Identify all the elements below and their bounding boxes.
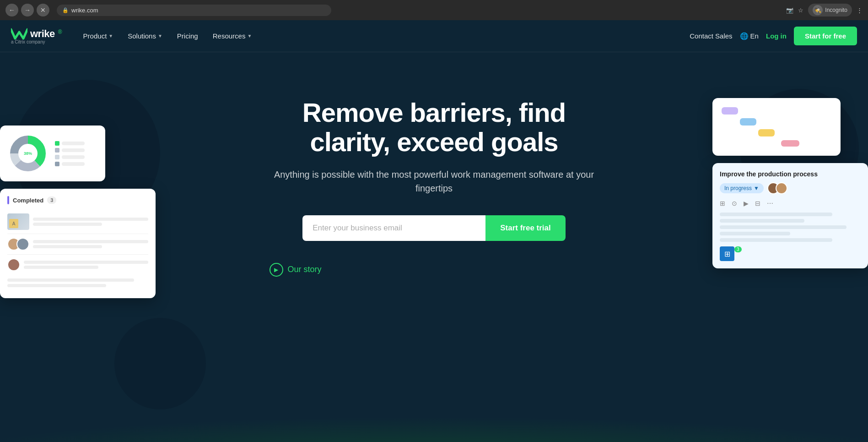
status-label: In progress	[724, 185, 752, 191]
address-bar[interactable]: 🔒 wrike.com	[57, 5, 331, 16]
production-header: Improve the production process	[720, 170, 861, 178]
solutions-chevron-icon: ▼	[158, 33, 162, 38]
extra-lines	[7, 275, 148, 291]
lang-label: En	[750, 32, 759, 40]
star-icon[interactable]: ☆	[798, 7, 803, 14]
browser-controls: ← → ✕	[5, 4, 49, 16]
wrike-logo-icon	[11, 27, 27, 40]
task-list-card: Completed 3 A	[0, 189, 156, 298]
incognito-button[interactable]: 🕵 Incognito	[808, 4, 852, 16]
language-selector[interactable]: 🌐 En	[740, 32, 759, 40]
start-free-button[interactable]: Start for free	[794, 27, 857, 45]
more-toolbar-icon: ⋯	[767, 200, 773, 207]
trial-button[interactable]: Start free trial	[485, 215, 566, 241]
side-left-ui: 38% Completed 3 A	[0, 126, 156, 298]
our-story-link[interactable]: ▶ Our story	[270, 263, 599, 277]
flow-nodes	[722, 107, 831, 147]
prod-line-3	[720, 225, 846, 229]
forward-button[interactable]: →	[21, 4, 34, 16]
hero-subtitle: Anything is possible with the most power…	[270, 168, 599, 195]
nav-pricing[interactable]: Pricing	[171, 28, 205, 44]
status-chevron-icon: ▼	[754, 185, 759, 191]
blue-badge: 3	[734, 246, 742, 252]
completed-badge	[7, 196, 9, 204]
resources-chevron-icon: ▼	[247, 33, 252, 38]
close-button[interactable]: ✕	[37, 4, 49, 16]
lock-icon: 🔒	[62, 7, 69, 13]
nav-solutions[interactable]: Solutions ▼	[121, 28, 169, 44]
check-toolbar-icon: ⊙	[732, 200, 737, 207]
flow-node-2	[740, 118, 756, 126]
product-chevron-icon: ▼	[108, 33, 113, 38]
hero-section: 38% Completed 3 A	[0, 52, 868, 442]
avatar-group-production	[767, 182, 787, 194]
our-story-text: Our story	[288, 265, 322, 274]
incognito-label: Incognito	[825, 7, 847, 13]
contact-sales-link[interactable]: Contact Sales	[690, 32, 732, 40]
flow-node-1	[722, 107, 738, 115]
browser-chrome: ← → ✕ 🔒 wrike.com 📷̸ ☆ 🕵 Incognito ⋮	[0, 0, 868, 20]
play-icon: ▶	[270, 263, 283, 277]
logo-sub: a Citrix company	[11, 39, 62, 44]
back-button[interactable]: ←	[5, 4, 18, 16]
browser-right-controls: 📷̸ ☆ 🕵 Incognito ⋮	[786, 4, 863, 16]
menu-icon[interactable]: ⋮	[857, 7, 863, 14]
hero-title: Remove barriers, find clarity, exceed go…	[270, 98, 599, 157]
production-lines	[720, 213, 861, 242]
logo-text: wrike	[30, 28, 55, 40]
task-item-3	[7, 255, 148, 275]
flow-card	[712, 98, 841, 156]
status-row: In progress ▼	[720, 182, 861, 194]
task-count: 3	[47, 196, 56, 204]
prod-line-5	[720, 238, 832, 242]
task-item-1: A	[7, 210, 148, 234]
navbar: wrike ® a Citrix company Product ▼ Solut…	[0, 20, 868, 52]
login-link[interactable]: Log in	[766, 32, 787, 40]
task-item-2	[7, 234, 148, 255]
chart-card: 38%	[0, 126, 105, 181]
nav-right: Contact Sales 🌐 En Log in Start for free	[690, 27, 857, 45]
globe-icon: 🌐	[740, 32, 749, 40]
grid-toolbar-icon: ⊞	[720, 200, 725, 207]
nav-product[interactable]: Product ▼	[77, 28, 120, 44]
side-right-ui: Improve the production process In progre…	[712, 98, 868, 268]
incognito-avatar: 🕵	[813, 5, 823, 15]
logo-area[interactable]: wrike ® a Citrix company	[11, 27, 62, 44]
cta-row: Start free trial	[270, 215, 599, 241]
nav-links: Product ▼ Solutions ▼ Pricing Resources …	[77, 28, 690, 44]
hero-content: Remove barriers, find clarity, exceed go…	[260, 98, 608, 277]
svg-text:38%: 38%	[24, 151, 32, 156]
prod-line-2	[720, 219, 804, 223]
prod-line-4	[720, 232, 790, 235]
completed-label: Completed	[13, 197, 43, 204]
bg-wave	[0, 355, 868, 442]
registered-mark: ®	[58, 29, 62, 35]
email-input[interactable]	[302, 215, 485, 241]
production-bottom: ⊞ 3	[720, 246, 861, 261]
play-toolbar-icon: ▶	[744, 200, 749, 207]
status-badge: In progress ▼	[720, 183, 764, 193]
grid-icon-blue: ⊞	[720, 246, 734, 261]
avatar-group-1	[7, 238, 29, 251]
task-thumbnail-1: A	[7, 213, 29, 230]
donut-chart: 38%	[7, 133, 49, 174]
production-toolbar: ⊞ ⊙ ▶ ⊟ ⋯	[720, 200, 861, 207]
logo-main: wrike ®	[11, 27, 62, 40]
flow-node-3	[758, 129, 775, 136]
chart-legend	[55, 141, 85, 166]
url-text: wrike.com	[71, 7, 98, 14]
prod-line-1	[720, 213, 832, 216]
camera-off-icon: 📷̸	[786, 7, 793, 14]
flow-node-4	[781, 140, 799, 147]
prod-avatar-2	[776, 182, 787, 194]
nav-resources[interactable]: Resources ▼	[206, 28, 259, 44]
layout-toolbar-icon: ⊟	[755, 200, 760, 207]
production-card: Improve the production process In progre…	[712, 163, 868, 268]
